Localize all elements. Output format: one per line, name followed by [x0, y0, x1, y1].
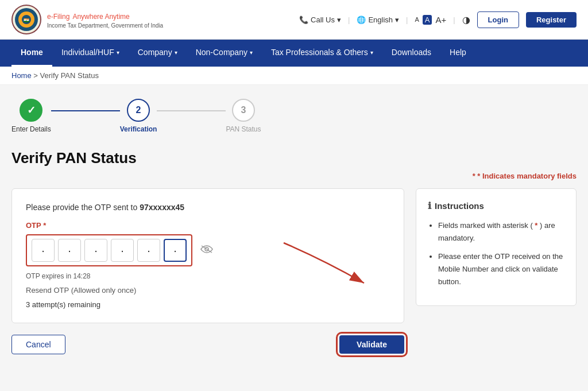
otp-label-text: OTP [26, 221, 41, 230]
bottom-actions: Cancel Validate [11, 335, 404, 354]
logo-emblem: 🇮🇳 [11, 5, 41, 34]
otp-expiry: OTP expires in 14:28 [26, 272, 390, 280]
nav-home[interactable]: Home [11, 40, 52, 67]
divider: | [348, 16, 350, 24]
globe-icon: 🌐 [357, 16, 366, 24]
main-content: ✓ Enter Details 2 Verification 3 PAN Sta… [0, 85, 588, 372]
otp-phone-number: 97xxxxxx45 [140, 203, 184, 212]
font-controls: A A A+ [415, 15, 446, 25]
cancel-button[interactable]: Cancel [11, 335, 65, 354]
bottom-actions-wrapper: Cancel Validate [11, 335, 404, 354]
lang-dropdown-icon: ▾ [395, 16, 399, 24]
resend-note: (Allowed only once) [71, 286, 136, 295]
language-selector[interactable]: 🌐 English ▾ [357, 16, 399, 24]
nav-taxprofessionals[interactable]: Tax Professionals & Others ▾ [262, 40, 382, 67]
logo-area: 🇮🇳 e-Filing Anywhere Anytime Income Tax … [11, 5, 163, 34]
call-us-label: Call Us [311, 16, 335, 24]
logo-title: e-Filing Anywhere Anytime [47, 10, 163, 22]
nav-bar: Home Individual/HUF ▾ Company ▾ Non-Comp… [0, 40, 588, 67]
nav-noncompany-label: Non-Company [196, 48, 247, 57]
nav-company-label: Company [138, 48, 172, 57]
otp-box-2[interactable]: · [58, 239, 81, 262]
nav-noncompany-arrow: ▾ [250, 49, 253, 56]
mandatory-note: * * Indicates mandatory fields [11, 172, 577, 180]
otp-box-5[interactable]: · [137, 239, 160, 262]
nav-noncompany[interactable]: Non-Company ▾ [187, 40, 262, 67]
nav-company-arrow: ▾ [175, 49, 177, 56]
step-2-label: Verification [120, 125, 157, 133]
nav-help[interactable]: Help [440, 40, 475, 67]
step-2: 2 Verification [120, 99, 157, 133]
step-3-circle: 3 [232, 99, 255, 122]
info-icon: ℹ [428, 200, 431, 211]
step-3-label: PAN Status [226, 125, 261, 133]
instructions-list: Fields marked with asterisk ( * ) are ma… [428, 219, 564, 288]
instruction-item-2: Please enter the OTP received on the Mob… [438, 250, 564, 288]
otp-box-3[interactable]: · [84, 239, 107, 262]
breadcrumb-current: Verify PAN Status [40, 71, 99, 80]
register-button[interactable]: Register [526, 12, 577, 28]
stepper: ✓ Enter Details 2 Verification 3 PAN Sta… [11, 99, 577, 133]
breadcrumb-home-link[interactable]: Home [11, 71, 32, 80]
otp-required-mark: * [43, 221, 46, 230]
instruction-item-1: Fields marked with asterisk ( * ) are ma… [438, 219, 564, 245]
divider3: | [453, 16, 455, 24]
instructions-title: ℹ Instructions [428, 200, 564, 211]
language-label: English [368, 16, 393, 24]
validate-button[interactable]: Validate [339, 335, 404, 354]
nav-individual[interactable]: Individual/HUF ▾ [52, 40, 129, 67]
instructions-panel: ℹ Instructions Fields marked with asteri… [416, 188, 577, 306]
form-section: Please provide the OTP sent to 97xxxxxx4… [11, 188, 404, 354]
eye-icon[interactable] [200, 245, 213, 257]
nav-taxprofessionals-arrow: ▾ [370, 49, 373, 56]
call-us-button[interactable]: 📞 Call Us ▾ [299, 16, 341, 24]
logo-dept-text: Income Tax Department, Government of Ind… [47, 22, 163, 29]
resend-otp-label: Resend OTP [26, 286, 69, 295]
call-dropdown-icon: ▾ [337, 16, 341, 24]
nav-downloads[interactable]: Downloads [382, 40, 440, 67]
otp-message-text: Please provide the OTP sent to [26, 203, 137, 212]
nav-company[interactable]: Company ▾ [129, 40, 187, 67]
step-1-circle: ✓ [20, 99, 42, 122]
font-large-button[interactable]: A+ [435, 15, 446, 25]
nav-individual-label: Individual/HUF [61, 48, 114, 57]
otp-label: OTP * [26, 221, 390, 230]
svg-text:🇮🇳: 🇮🇳 [24, 17, 29, 23]
form-card: Please provide the OTP sent to 97xxxxxx4… [11, 188, 404, 323]
logo-sub-text: Anywhere Anytime [72, 13, 129, 21]
page-title: Verify PAN Status [11, 149, 577, 167]
step-2-circle: 2 [127, 99, 150, 122]
logo-main-text: e-Filing [47, 13, 69, 21]
step-3: 3 PAN Status [226, 99, 261, 133]
contrast-toggle-button[interactable]: ◑ [462, 14, 470, 25]
top-actions: 📞 Call Us ▾ | 🌐 English ▾ | A A A+ | ◑ L… [299, 11, 577, 28]
otp-inputs-wrapper: · · · · · · [26, 234, 192, 266]
phone-icon: 📞 [299, 16, 308, 24]
otp-message: Please provide the OTP sent to 97xxxxxx4… [26, 203, 390, 212]
step-1: ✓ Enter Details [11, 99, 51, 133]
login-button[interactable]: Login [477, 11, 519, 28]
step-line-1 [51, 110, 120, 111]
content-area: Please provide the OTP sent to 97xxxxxx4… [11, 188, 577, 354]
font-small-button[interactable]: A [415, 16, 419, 23]
otp-box-6[interactable]: · [164, 239, 187, 262]
step-line-2 [157, 110, 226, 111]
attempts-remaining: 3 attempt(s) remaining [26, 300, 390, 309]
step-1-label: Enter Details [11, 125, 51, 133]
instructions-title-text: Instructions [435, 201, 484, 211]
divider2: | [406, 16, 408, 24]
otp-box-4[interactable]: · [111, 239, 134, 262]
mandatory-note-text: * Indicates mandatory fields [477, 172, 577, 180]
font-medium-button[interactable]: A [423, 15, 432, 25]
logo-text: e-Filing Anywhere Anytime Income Tax Dep… [47, 10, 163, 29]
nav-individual-arrow: ▾ [117, 49, 119, 56]
nav-taxprofessionals-label: Tax Professionals & Others [271, 48, 368, 57]
resend-otp-button[interactable]: Resend OTP (Allowed only once) [26, 286, 390, 295]
breadcrumb: Home > Verify PAN Status [0, 67, 588, 85]
breadcrumb-separator: > [33, 71, 40, 80]
otp-box-1[interactable]: · [32, 239, 55, 262]
otp-row: · · · · · · [26, 234, 390, 266]
top-bar: 🇮🇳 e-Filing Anywhere Anytime Income Tax … [0, 0, 588, 40]
